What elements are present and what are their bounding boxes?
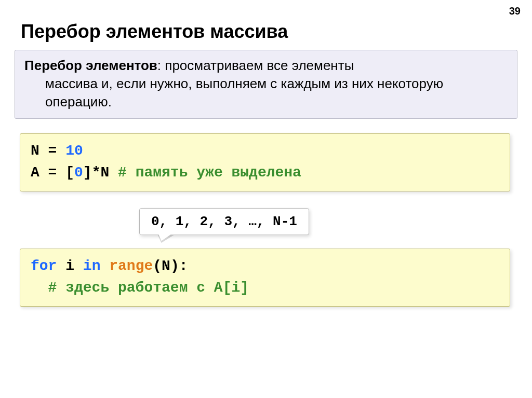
definition-box: Перебор элементов: просматриваем все эле… [15, 50, 517, 119]
page-number: 39 [509, 5, 521, 17]
code-line-2: A = [0]*N # память уже выделена [31, 162, 499, 184]
code-text: A = [ [31, 164, 74, 181]
callout-text: 0, 1, 2, 3, …, N-1 [151, 214, 297, 229]
slide-title: Перебор элементов массива [21, 21, 511, 43]
code-builtin: range [109, 258, 153, 274]
code-literal: 10 [65, 143, 83, 159]
callout-wrapper: 0, 1, 2, 3, …, N-1 [20, 208, 511, 241]
code-comment: # здесь работаем с A[i] [48, 280, 249, 296]
code-block-loop: for i in range(N): # здесь работаем с A[… [20, 249, 510, 307]
code-block-declaration: N = 10 A = [0]*N # память уже выделена [20, 133, 510, 191]
code-comment: # память уже выделена [118, 164, 301, 181]
code-text [100, 258, 109, 274]
code-text: (N): [153, 258, 188, 274]
definition-term: Перебор элементов [24, 58, 157, 73]
code-text: i [57, 258, 83, 274]
definition-line1-rest: : просматриваем все элементы [157, 58, 354, 73]
code-text: N = [31, 143, 65, 159]
code-literal: 0 [74, 164, 83, 181]
code-line-3: for i in range(N): [31, 255, 499, 277]
code-keyword: in [83, 258, 101, 274]
code-line-1: N = 10 [31, 140, 499, 162]
definition-line2: массива и, если нужно, выполняем с кажды… [24, 75, 508, 111]
code-keyword: for [31, 258, 57, 274]
code-line-4: # здесь работаем с A[i] [31, 277, 499, 299]
code-text: ]*N [83, 164, 118, 181]
